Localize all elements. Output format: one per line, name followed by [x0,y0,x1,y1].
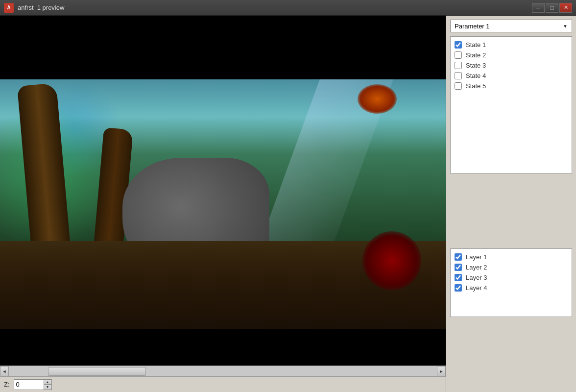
title-bar: A anfrst_1 preview ─ □ ✕ [0,0,576,16]
bottom-bar: Z: ▲ ▼ [0,376,446,392]
z-input-wrapper[interactable]: ▲ ▼ [14,379,52,390]
state-item-2[interactable]: State 2 [455,50,568,60]
top-plant [358,84,397,114]
horizontal-scrollbar[interactable]: ◄ ► [0,366,446,376]
state-item-5[interactable]: State 5 [455,81,568,91]
states-list: State 1State 2State 3State 4State 5 [455,40,568,91]
close-button[interactable]: ✕ [559,3,572,13]
state-checkbox-5[interactable] [455,82,462,90]
parameter-dropdown-wrapper[interactable]: Parameter 1 ▼ [450,20,572,32]
state-item-4[interactable]: State 4 [455,71,568,81]
app-icon: A [4,3,14,13]
scroll-thumb[interactable] [48,367,146,376]
scroll-track[interactable] [9,366,437,376]
parameter-dropdown[interactable]: Parameter 1 ▼ [450,20,572,32]
layer-label-3: Layer 3 [466,274,487,281]
z-increment-button[interactable]: ▲ [44,380,51,385]
layer-checkbox-1[interactable] [455,253,462,261]
title-bar-left: A anfrst_1 preview [4,3,64,13]
layer-label-4: Layer 4 [466,284,487,292]
scroll-right-button[interactable]: ► [437,366,446,377]
chevron-down-icon: ▼ [563,24,568,29]
scroll-left-button[interactable]: ◄ [0,366,9,377]
layers-panel: Layer 1Layer 2Layer 3Layer 4 [450,248,572,317]
window-controls: ─ □ ✕ [532,3,572,13]
layers-list: Layer 1Layer 2Layer 3Layer 4 [455,252,568,293]
state-label-5: State 5 [466,82,486,90]
z-spinner[interactable]: ▲ ▼ [44,380,51,390]
panel-spacer [450,177,572,245]
layer-item-1[interactable]: Layer 1 [455,252,568,262]
maximize-button[interactable]: □ [546,3,558,13]
window-title: anfrst_1 preview [18,4,64,11]
forest-scene [0,79,446,329]
state-item-3[interactable]: State 3 [455,60,568,71]
layer-label-2: Layer 2 [466,264,487,271]
state-label-1: State 1 [466,41,486,49]
bottom-spacer [450,321,572,388]
state-label-3: State 3 [466,62,486,69]
layer-item-2[interactable]: Layer 2 [455,262,568,272]
state-item-1[interactable]: State 1 [455,40,568,50]
state-label-2: State 2 [466,51,486,59]
parameter-dropdown-label: Parameter 1 [455,23,490,30]
state-label-4: State 4 [466,72,486,79]
minimize-button[interactable]: ─ [532,3,545,13]
states-panel: State 1State 2State 3State 4State 5 [450,36,572,173]
layer-item-3[interactable]: Layer 3 [455,272,568,283]
right-panel: Parameter 1 ▼ State 1State 2State 3State… [446,16,576,392]
layer-checkbox-3[interactable] [455,274,462,281]
layer-checkbox-4[interactable] [455,284,462,292]
z-input[interactable] [14,380,44,390]
z-decrement-button[interactable]: ▼ [44,385,51,390]
main-content: ◄ ► Z: ▲ ▼ Parameter 1 [0,16,576,392]
preview-area: ◄ ► Z: ▲ ▼ [0,16,446,392]
z-label: Z: [4,381,10,388]
state-checkbox-2[interactable] [455,51,462,59]
layer-item-4[interactable]: Layer 4 [455,283,568,293]
flowers [362,231,421,290]
state-checkbox-1[interactable] [455,41,462,49]
layer-label-1: Layer 1 [466,253,487,261]
state-checkbox-3[interactable] [455,62,462,69]
state-checkbox-4[interactable] [455,72,462,79]
black-top-bar [0,16,446,79]
canvas-wrapper [0,16,446,366]
layer-checkbox-2[interactable] [455,264,462,271]
